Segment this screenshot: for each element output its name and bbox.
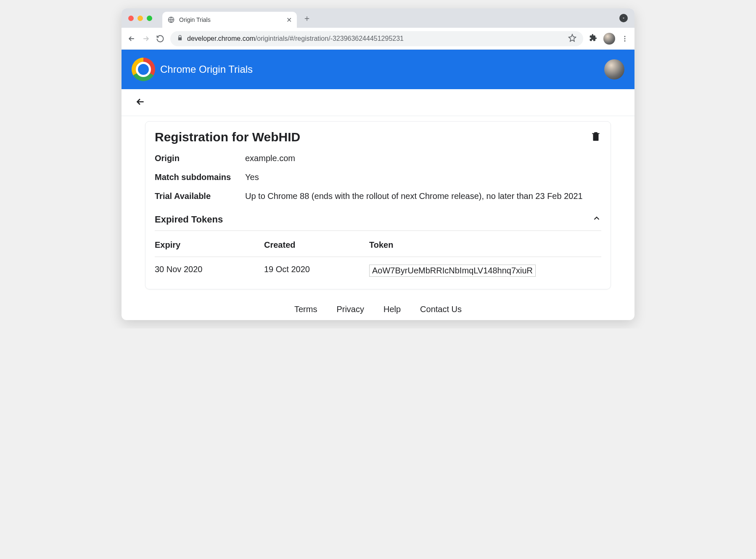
tokens-table-header: Expiry Created Token	[155, 231, 601, 257]
close-window-button[interactable]	[128, 16, 134, 21]
page-content: Registration for WebHID Origin example.c…	[122, 116, 634, 320]
window-controls	[128, 16, 152, 21]
registration-title: Registration for WebHID	[155, 130, 300, 144]
footer-privacy[interactable]: Privacy	[336, 305, 364, 314]
tab-title: Origin Trials	[179, 16, 282, 23]
svg-point-3	[624, 40, 626, 41]
cell-token: AoW7ByrUeMbRRIcNbImqLV148hnq7xiuR	[369, 265, 601, 279]
browser-menu-button[interactable]	[621, 35, 629, 42]
svg-point-1	[624, 36, 626, 37]
header-avatar[interactable]	[604, 59, 624, 79]
token-value[interactable]: AoW7ByrUeMbRRIcNbImqLV148hnq7xiuR	[369, 265, 536, 277]
meta-row-availability: Trial Available Up to Chrome 88 (ends wi…	[155, 191, 601, 201]
toolbar-avatar[interactable]	[603, 33, 615, 45]
profile-indicator-icon[interactable]	[619, 14, 628, 22]
meta-row-origin: Origin example.com	[155, 154, 601, 163]
site-header: Chrome Origin Trials	[122, 50, 634, 89]
chevron-up-icon	[592, 214, 601, 225]
back-button[interactable]	[127, 34, 136, 43]
card-header: Registration for WebHID	[155, 130, 601, 144]
col-created: Created	[264, 240, 369, 250]
maximize-window-button[interactable]	[147, 16, 152, 21]
close-tab-icon[interactable]: ✕	[286, 16, 292, 24]
footer-terms[interactable]: Terms	[294, 305, 317, 314]
tab-strip: Origin Trials ✕ ＋	[122, 8, 634, 28]
url-domain: developer.chrome.com	[187, 35, 255, 42]
lock-icon	[177, 35, 183, 42]
chrome-logo-icon	[132, 58, 155, 81]
col-token: Token	[369, 240, 601, 250]
footer-help[interactable]: Help	[383, 305, 401, 314]
delete-button[interactable]	[590, 131, 601, 143]
bookmark-star-icon[interactable]	[568, 34, 576, 44]
browser-toolbar: developer.chrome.com/origintrials/#/regi…	[122, 28, 634, 50]
back-bar	[122, 89, 634, 116]
meta-label: Trial Available	[155, 191, 245, 201]
table-row: 30 Nov 2020 19 Oct 2020 AoW7ByrUeMbRRIcN…	[155, 257, 601, 279]
cell-expiry: 30 Nov 2020	[155, 265, 264, 279]
meta-value: Yes	[245, 172, 601, 182]
browser-window: Origin Trials ✕ ＋ developer.chrome.com/o…	[122, 8, 634, 320]
forward-button[interactable]	[142, 34, 150, 43]
tokens-section-title: Expired Tokens	[155, 214, 223, 225]
meta-row-subdomains: Match subdomains Yes	[155, 172, 601, 182]
extensions-icon[interactable]	[589, 34, 597, 44]
svg-point-2	[624, 38, 626, 39]
page-back-button[interactable]	[135, 96, 146, 109]
url-text: developer.chrome.com/origintrials/#/regi…	[187, 35, 404, 42]
meta-value: Up to Chrome 88 (ends with the rollout o…	[245, 191, 601, 201]
tokens-section-header[interactable]: Expired Tokens	[155, 214, 601, 230]
meta-label: Match subdomains	[155, 172, 245, 182]
url-path: /origintrials/#/registration/-3239636244…	[255, 35, 404, 42]
address-bar[interactable]: developer.chrome.com/origintrials/#/regi…	[170, 31, 583, 46]
browser-tab[interactable]: Origin Trials ✕	[162, 12, 297, 28]
col-expiry: Expiry	[155, 240, 264, 250]
site-title: Chrome Origin Trials	[160, 64, 253, 75]
reload-button[interactable]	[156, 34, 164, 43]
minimize-window-button[interactable]	[137, 16, 143, 21]
footer-contact[interactable]: Contact Us	[420, 305, 462, 314]
cell-created: 19 Oct 2020	[264, 265, 369, 279]
meta-label: Origin	[155, 154, 245, 163]
footer-links: Terms Privacy Help Contact Us	[145, 289, 611, 320]
registration-meta: Origin example.com Match subdomains Yes …	[155, 154, 601, 201]
new-tab-button[interactable]: ＋	[303, 13, 311, 24]
meta-value: example.com	[245, 154, 601, 163]
globe-icon	[167, 16, 175, 24]
registration-card: Registration for WebHID Origin example.c…	[145, 121, 611, 289]
